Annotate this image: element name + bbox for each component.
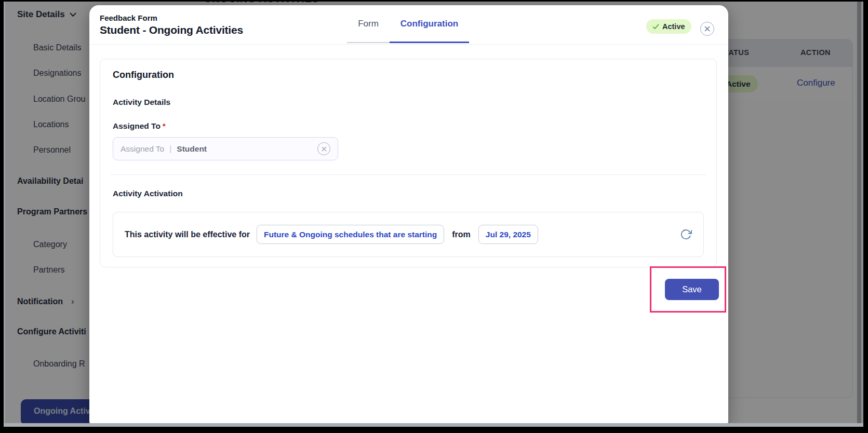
activity-details-heading: Activity Details — [113, 98, 170, 107]
feedback-form-modal: Feedback Form Student - Ongoing Activiti… — [89, 5, 728, 423]
x-glyph — [322, 146, 327, 152]
assigned-to-label-text: Assigned To — [113, 121, 161, 130]
field-prefix-label: Assigned To — [121, 144, 164, 154]
close-icon[interactable] — [700, 22, 714, 36]
rotate-cw-glyph — [680, 228, 692, 240]
schedule-option-select[interactable]: Future & Ongoing schedules that are star… — [257, 225, 444, 244]
modal-tabs: Form Configuration — [347, 5, 469, 43]
assigned-to-label: Assigned To* — [113, 121, 166, 131]
window-left-edge — [4, 2, 5, 423]
frame-top — [0, 0, 868, 2]
window-bottom-edge — [0, 423, 868, 427]
header-divider — [89, 44, 728, 45]
field-separator: | — [169, 144, 171, 154]
frame-left — [0, 0, 4, 433]
frame-bottom — [0, 427, 868, 433]
x-glyph — [704, 26, 710, 32]
assigned-to-field[interactable]: Assigned To | Student — [113, 137, 338, 160]
effective-date-picker[interactable]: Jul 29, 2025 — [478, 225, 538, 244]
configuration-card: Configuration Activity Details Assigned … — [100, 59, 717, 267]
modal-title: Student - Ongoing Activities — [100, 24, 243, 36]
activity-activation-heading: Activity Activation — [113, 189, 183, 198]
activation-box: This activity will be effective for Futu… — [113, 212, 704, 257]
required-asterisk: * — [163, 121, 166, 130]
from-label: from — [452, 230, 471, 239]
field-value: Student — [177, 144, 207, 154]
active-status-badge: Active — [646, 19, 691, 34]
save-button[interactable]: Save — [665, 279, 719, 300]
active-status-label: Active — [662, 22, 685, 31]
modal-eyebrow: Feedback Form — [100, 13, 157, 22]
activation-sentence: This activity will be effective for — [125, 230, 250, 239]
refresh-icon[interactable] — [680, 228, 692, 240]
tab-form[interactable]: Form — [347, 5, 390, 42]
clear-field-icon[interactable] — [317, 142, 330, 155]
frame-right — [863, 0, 868, 433]
tab-configuration[interactable]: Configuration — [390, 5, 469, 42]
section-divider — [111, 174, 706, 175]
check-icon — [652, 24, 659, 30]
configuration-heading: Configuration — [113, 70, 174, 80]
